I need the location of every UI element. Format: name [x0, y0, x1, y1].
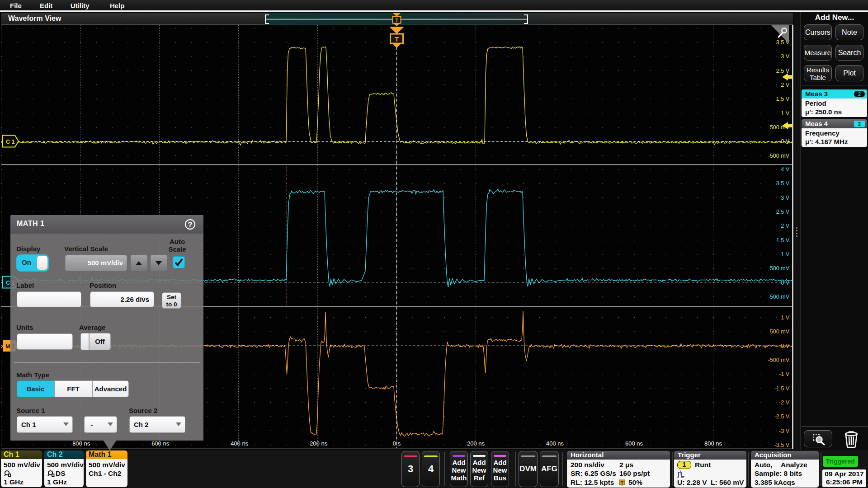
svg-text:-3.5 V: -3.5 V: [774, 442, 790, 448]
svg-text:1 V: 1 V: [781, 110, 789, 117]
svg-text:-500 mV: -500 mV: [768, 357, 790, 363]
svg-text:400 ns: 400 ns: [546, 440, 564, 447]
svg-text:1.5 V: 1.5 V: [776, 96, 790, 102]
svg-text:3.5 V: 3.5 V: [776, 180, 790, 187]
svg-text:600 ns: 600 ns: [625, 440, 643, 447]
svg-text:-500 mV: -500 mV: [768, 153, 790, 159]
svg-text:1.5 V: 1.5 V: [776, 237, 790, 244]
svg-text:-1 V: -1 V: [779, 371, 790, 377]
svg-text:-2.5 V: -2.5 V: [774, 413, 790, 420]
svg-text:-600 ns: -600 ns: [150, 440, 170, 447]
svg-text:-1.5 V: -1.5 V: [774, 385, 790, 392]
svg-text:2.5 V: 2.5 V: [776, 209, 790, 215]
svg-text:2 V: 2 V: [781, 82, 789, 88]
svg-text:-3 V: -3 V: [779, 428, 790, 434]
svg-text:500 mV: 500 mV: [770, 265, 790, 272]
svg-text:2 V: 2 V: [781, 223, 789, 229]
svg-text:-2 V: -2 V: [779, 399, 790, 406]
svg-text:-500 mV: -500 mV: [768, 294, 790, 300]
svg-text:T: T: [395, 35, 399, 43]
svg-text:T: T: [395, 18, 398, 23]
svg-text:200 ns: 200 ns: [467, 440, 485, 447]
svg-text:500 mV: 500 mV: [770, 328, 790, 335]
svg-text:2.5 V: 2.5 V: [776, 68, 790, 74]
svg-text:3 V: 3 V: [781, 195, 789, 201]
svg-text:T: T: [621, 480, 623, 485]
svg-text:3 V: 3 V: [781, 53, 789, 60]
svg-text:4 V: 4 V: [781, 166, 789, 173]
svg-text:1 V: 1 V: [781, 314, 789, 321]
svg-text:-400 ns: -400 ns: [229, 440, 249, 447]
svg-text:C 1: C 1: [6, 139, 15, 145]
svg-text:800 ns: 800 ns: [704, 440, 722, 447]
svg-text:1 V: 1 V: [781, 251, 789, 258]
svg-text:-200 ns: -200 ns: [308, 440, 328, 447]
svg-text:-800 ns: -800 ns: [71, 440, 90, 447]
